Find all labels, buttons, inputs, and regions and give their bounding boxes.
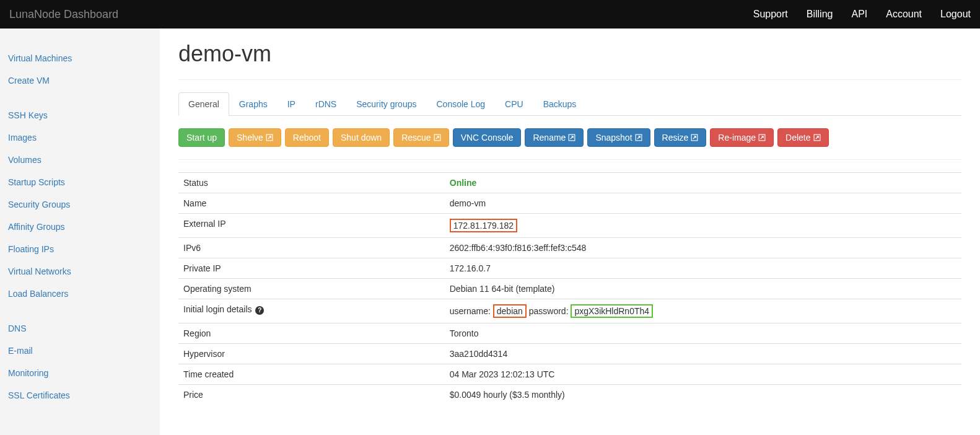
value-login: username: debian password: pxgX3ikHldRn0… — [445, 299, 961, 323]
sidebar-group-1: Virtual MachinesCreate VM — [8, 47, 152, 92]
value-price: $0.0049 hourly ($3.5 monthly) — [445, 385, 961, 405]
details-table: Status Online Name demo-vm External IP 1… — [178, 172, 961, 405]
sidebar-item-create-vm[interactable]: Create VM — [8, 69, 152, 92]
value-external-ip: 172.81.179.182 — [450, 219, 517, 232]
sidebar-item-virtual-networks[interactable]: Virtual Networks — [8, 260, 152, 283]
sidebar-item-floating-ips[interactable]: Floating IPs — [8, 238, 152, 260]
sidebar-item-images[interactable]: Images — [8, 126, 152, 149]
row-os: Operating system Debian 11 64-bit (templ… — [178, 279, 961, 299]
row-status: Status Online — [178, 173, 961, 193]
sidebar-item-e-mail[interactable]: E-mail — [8, 340, 152, 362]
row-hypervisor: Hypervisor 3aa210dd4314 — [178, 344, 961, 364]
sidebar-item-affinity-groups[interactable]: Affinity Groups — [8, 216, 152, 238]
label-region: Region — [178, 323, 445, 344]
page-title: demo-vm — [178, 41, 961, 67]
external-link-icon — [691, 134, 698, 141]
external-link-icon — [635, 134, 642, 141]
tab-security-groups[interactable]: Security groups — [346, 92, 426, 116]
value-ipv6: 2602:ffb6:4:93f0:f816:3eff:fef3:c548 — [445, 238, 961, 258]
sidebar-item-volumes[interactable]: Volumes — [8, 149, 152, 171]
row-external-ip: External IP 172.81.179.182 — [178, 214, 961, 238]
external-link-icon — [568, 134, 575, 141]
sidebar-item-monitoring[interactable]: Monitoring — [8, 362, 152, 384]
row-region: Region Toronto — [178, 323, 961, 344]
sidebar-group-3: DNSE-mailMonitoringSSL Certificates — [8, 317, 152, 406]
login-password: pxgX3ikHldRn0Th4 — [571, 304, 653, 318]
row-ipv6: IPv6 2602:ffb6:4:93f0:f816:3eff:fef3:c54… — [178, 238, 961, 258]
row-price: Price $0.0049 hourly ($3.5 monthly) — [178, 385, 961, 405]
resize-button[interactable]: Resize — [654, 128, 707, 147]
divider — [178, 79, 961, 80]
external-link-icon — [434, 134, 441, 141]
tab-backups[interactable]: Backups — [533, 92, 587, 116]
value-private-ip: 172.16.0.7 — [445, 258, 961, 279]
value-region: Toronto — [445, 323, 961, 344]
tab-general[interactable]: General — [178, 92, 229, 116]
tab-cpu[interactable]: CPU — [495, 92, 533, 116]
label-os: Operating system — [178, 279, 445, 299]
label-ipv6: IPv6 — [178, 238, 445, 258]
value-name: demo-vm — [445, 193, 961, 214]
label-login: Initial login details ? — [178, 299, 445, 323]
nav-link-api[interactable]: API — [851, 9, 867, 20]
value-created: 04 Mar 2023 12:02:13 UTC — [445, 364, 961, 385]
row-name: Name demo-vm — [178, 193, 961, 214]
sidebar-item-dns[interactable]: DNS — [8, 317, 152, 340]
sidebar: Virtual MachinesCreate VM SSH KeysImages… — [0, 29, 160, 435]
reboot-button[interactable]: Reboot — [285, 128, 329, 147]
tab-console-log[interactable]: Console Log — [426, 92, 495, 116]
label-private-ip: Private IP — [178, 258, 445, 279]
sidebar-group-2: SSH KeysImagesVolumesStartup ScriptsSecu… — [8, 104, 152, 305]
navbar: LunaNode Dashboard SupportBillingAPIAcco… — [0, 0, 980, 29]
rename-button[interactable]: Rename — [525, 128, 584, 147]
sidebar-item-load-balancers[interactable]: Load Balancers — [8, 283, 152, 305]
vnc-console-button[interactable]: VNC Console — [453, 128, 522, 147]
shelve-button[interactable]: Shelve — [229, 128, 281, 147]
navbar-links: SupportBillingAPIAccountLogout — [753, 9, 971, 20]
label-hypervisor: Hypervisor — [178, 344, 445, 364]
nav-link-billing[interactable]: Billing — [807, 9, 833, 20]
divider — [178, 159, 961, 160]
rescue-button[interactable]: Rescue — [393, 128, 448, 147]
sidebar-item-startup-scripts[interactable]: Startup Scripts — [8, 171, 152, 193]
sidebar-item-virtual-machines[interactable]: Virtual Machines — [8, 47, 152, 69]
navbar-brand[interactable]: LunaNode Dashboard — [9, 8, 118, 21]
login-username: debian — [493, 304, 527, 318]
start-up-button[interactable]: Start up — [178, 128, 225, 147]
label-name: Name — [178, 193, 445, 214]
tab-ip[interactable]: IP — [278, 92, 305, 116]
re-image-button[interactable]: Re-image — [710, 128, 774, 147]
value-status: Online — [450, 178, 477, 188]
shut-down-button[interactable]: Shut down — [333, 128, 390, 147]
main-content: demo-vm GeneralGraphsIPrDNSSecurity grou… — [160, 29, 980, 435]
nav-link-logout[interactable]: Logout — [940, 9, 971, 20]
row-created: Time created 04 Mar 2023 12:02:13 UTC — [178, 364, 961, 385]
row-login: Initial login details ? username: debian… — [178, 299, 961, 323]
value-os: Debian 11 64-bit (template) — [445, 279, 961, 299]
external-link-icon — [758, 134, 766, 141]
sidebar-item-security-groups[interactable]: Security Groups — [8, 193, 152, 216]
nav-link-account[interactable]: Account — [886, 9, 922, 20]
row-private-ip: Private IP 172.16.0.7 — [178, 258, 961, 279]
label-status: Status — [178, 173, 445, 193]
value-hypervisor: 3aa210dd4314 — [445, 344, 961, 364]
tab-graphs[interactable]: Graphs — [229, 92, 278, 116]
sidebar-item-ssl-certificates[interactable]: SSL Certificates — [8, 384, 152, 406]
nav-link-support[interactable]: Support — [753, 9, 788, 20]
external-link-icon — [266, 134, 273, 141]
label-price: Price — [178, 385, 445, 405]
action-bar: Start upShelveRebootShut downRescueVNC C… — [178, 128, 961, 147]
tabs: GeneralGraphsIPrDNSSecurity groupsConsol… — [178, 92, 961, 116]
tab-rdns[interactable]: rDNS — [305, 92, 346, 116]
sidebar-item-ssh-keys[interactable]: SSH Keys — [8, 104, 152, 126]
snapshot-button[interactable]: Snapshot — [587, 128, 650, 147]
help-icon[interactable]: ? — [255, 306, 264, 315]
label-created: Time created — [178, 364, 445, 385]
external-link-icon — [813, 134, 821, 141]
delete-button[interactable]: Delete — [777, 128, 828, 147]
label-external-ip: External IP — [178, 214, 445, 238]
